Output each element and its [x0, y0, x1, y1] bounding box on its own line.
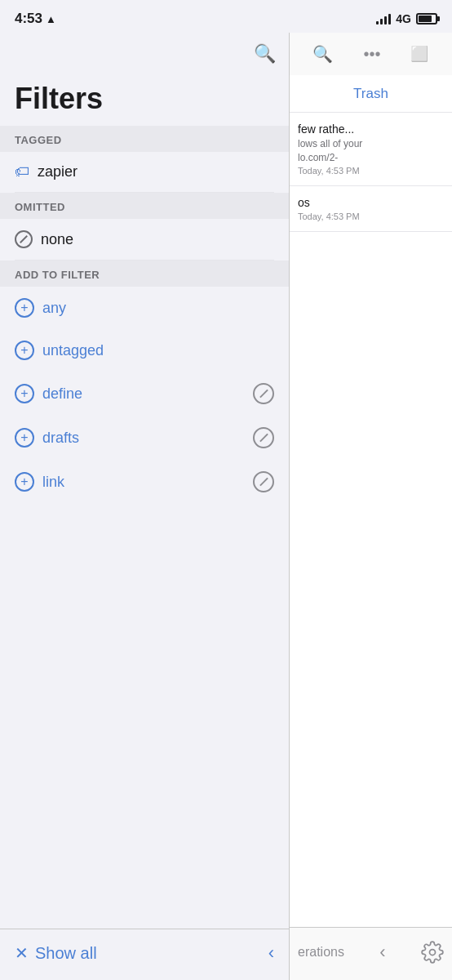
email-preview-1b: lo.com/2-: [298, 152, 444, 163]
add-drafts-item[interactable]: + drafts: [0, 416, 289, 460]
right-bottom-bar: erations ‹: [290, 927, 452, 980]
drafts-label: drafts: [42, 430, 245, 447]
battery-level: [419, 16, 432, 22]
filter-bottom-bar: ✕ Show all ‹: [0, 929, 289, 980]
define-label: define: [42, 385, 245, 403]
zapier-label: zapier: [38, 163, 78, 180]
add-link-item[interactable]: + link: [0, 460, 289, 504]
show-all-label: Show all: [35, 944, 97, 963]
email-preview-1: lows all of your: [298, 138, 444, 149]
omitted-section-header: OMITTED: [0, 193, 289, 219]
svg-point-0: [430, 950, 436, 956]
add-filter-section: ADD TO FILTER + any + untagged + define …: [0, 261, 289, 929]
tagged-zapier-item[interactable]: 🏷 zapier: [0, 152, 289, 192]
email-item-1[interactable]: few rathe... lows all of your lo.com/2- …: [290, 113, 452, 186]
status-time: 4:53 ▲: [15, 11, 56, 27]
omitted-none-item[interactable]: none: [0, 219, 289, 260]
untagged-label: untagged: [42, 342, 274, 359]
email-time-2: Today, 4:53 PM: [298, 212, 444, 221]
filters-heading: Filters: [15, 82, 274, 116]
tagged-header-label: TAGGED: [15, 134, 62, 146]
any-label: any: [42, 300, 274, 317]
omitted-header-label: OMITTED: [15, 201, 65, 213]
tag-icon: 🏷: [15, 163, 29, 180]
plus-circle-icon-2: +: [15, 341, 34, 360]
email-subject-1: few rathe...: [298, 122, 444, 136]
close-x-icon: ✕: [15, 943, 29, 963]
right-chevron-icon[interactable]: ‹: [379, 942, 385, 963]
right-search-icon[interactable]: 🔍: [312, 44, 333, 64]
main-layout: 🔍 Filters TAGGED 🏷 zapier OMITTED none: [0, 33, 452, 980]
omit-drafts-button[interactable]: [253, 427, 274, 448]
status-bar: 4:53 ▲ 4G: [0, 0, 452, 33]
filter-top-bar: 🔍: [0, 33, 289, 75]
compose-icon[interactable]: ⬜: [410, 45, 428, 63]
email-item-2[interactable]: os Today, 4:53 PM: [290, 186, 452, 232]
location-arrow-icon: ▲: [46, 13, 56, 25]
right-top-bar: 🔍 ••• ⬜: [290, 33, 452, 75]
trash-label: Trash: [353, 86, 388, 102]
search-icon[interactable]: 🔍: [254, 43, 276, 65]
filters-title-section: Filters: [0, 75, 289, 126]
filters-panel: 🔍 Filters TAGGED 🏷 zapier OMITTED none: [0, 33, 290, 980]
plus-circle-icon-5: +: [15, 472, 34, 492]
tagged-section: TAGGED 🏷 zapier: [0, 126, 289, 192]
add-filter-header-label: ADD TO FILTER: [15, 269, 100, 281]
omit-icon: [15, 230, 33, 248]
status-right: 4G: [376, 12, 437, 25]
signal-bar-4: [388, 14, 391, 24]
show-all-button[interactable]: ✕ Show all: [15, 943, 97, 963]
signal-bar-2: [380, 19, 383, 24]
settings-gear-icon[interactable]: [421, 941, 444, 964]
omit-link-button[interactable]: [253, 471, 274, 492]
email-subject-2: os: [298, 196, 444, 209]
right-panel: 🔍 ••• ⬜ Trash few rathe... lows all of y…: [290, 33, 452, 980]
generations-label: erations: [298, 945, 344, 960]
trash-bar: Trash: [290, 75, 452, 113]
plus-circle-icon: +: [15, 298, 34, 318]
battery-icon: [416, 13, 437, 24]
link-label: link: [42, 474, 245, 491]
email-time-1: Today, 4:53 PM: [298, 166, 444, 176]
add-filter-section-header: ADD TO FILTER: [0, 261, 289, 287]
time-label: 4:53: [15, 11, 42, 27]
network-label: 4G: [396, 12, 411, 25]
tagged-section-header: TAGGED: [0, 126, 289, 152]
signal-bar-3: [384, 16, 387, 24]
chevron-left-icon[interactable]: ‹: [268, 942, 274, 964]
none-label: none: [41, 231, 73, 248]
more-options-icon[interactable]: •••: [363, 45, 380, 64]
signal-bar-1: [376, 21, 379, 24]
add-untagged-item[interactable]: + untagged: [0, 329, 289, 372]
add-any-item[interactable]: + any: [0, 287, 289, 329]
signal-bars-icon: [376, 13, 391, 24]
plus-circle-icon-4: +: [15, 428, 34, 448]
plus-circle-icon-3: +: [15, 384, 34, 403]
add-define-item[interactable]: + define: [0, 372, 289, 416]
omit-define-button[interactable]: [253, 383, 274, 404]
omitted-section: OMITTED none: [0, 193, 289, 260]
